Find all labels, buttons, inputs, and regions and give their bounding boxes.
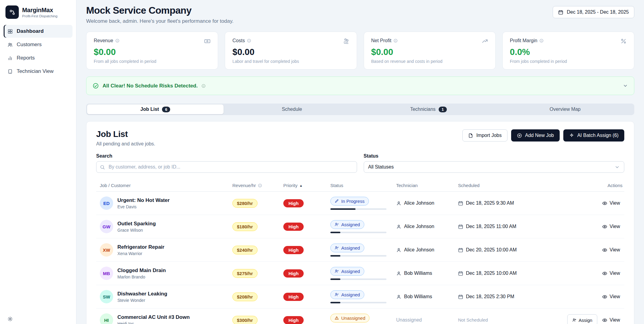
schedule-risk-alert[interactable]: All Clear! No Schedule Risks Detected. xyxy=(86,77,634,95)
status-badge: Assigned xyxy=(330,290,364,299)
job-cell: ED Urgent: No Hot Water Eve Davis xyxy=(100,196,232,210)
user-icon xyxy=(396,247,401,253)
view-button[interactable]: View xyxy=(600,199,622,208)
status-filter-label: Status xyxy=(364,153,625,159)
job-customer: Xena Warrior xyxy=(117,251,164,256)
job-customer: Marlon Brando xyxy=(117,275,166,279)
main-content: Mock Service Company Welcome back, admin… xyxy=(76,0,644,324)
job-cell: MB Clogged Main Drain Marlon Brando xyxy=(100,267,232,280)
tab-schedule[interactable]: Schedule xyxy=(224,104,360,114)
status-cell: In Progress xyxy=(330,197,396,210)
view-button[interactable]: View xyxy=(600,222,622,231)
kpi-value: $0.00 xyxy=(232,47,349,57)
table-row: ED Urgent: No Hot Water Eve Davis $280/h… xyxy=(96,192,624,215)
avatar-initials: ED xyxy=(103,201,110,206)
tab-overview-map[interactable]: Overview Map xyxy=(497,104,633,114)
progress-bar xyxy=(330,208,386,210)
assign-button[interactable]: Assign xyxy=(567,314,597,324)
job-cell: XW Refrigerator Repair Xena Warrior xyxy=(100,243,232,257)
user-check-icon xyxy=(335,292,339,297)
import-jobs-button[interactable]: Import Jobs xyxy=(462,129,507,142)
info-icon xyxy=(539,39,544,43)
tab-job-list[interactable]: Job List 6 xyxy=(87,104,224,114)
sidebar-item-label: Reports xyxy=(17,55,35,61)
priority-badge: High xyxy=(283,246,304,254)
kpi-desc: From jobs completed in period xyxy=(510,59,627,64)
kpi-label: Profit Margin xyxy=(510,38,538,43)
rate-badge: $275/hr xyxy=(232,269,258,278)
chevron-down-icon xyxy=(615,165,620,170)
view-button[interactable]: View xyxy=(600,315,622,324)
trending-up-icon xyxy=(482,38,488,44)
job-cell: HI Commercial AC Unit #3 Down Heidi Inc. xyxy=(100,313,232,324)
table-row: GW Outlet Sparking Grace Wilson $180/hr … xyxy=(96,215,624,238)
job-title: Urgent: No Hot Water xyxy=(117,197,170,203)
kpi-row: Revenue $0.00 From all jobs completed in… xyxy=(86,32,634,70)
sparkles-icon xyxy=(569,133,574,138)
tab-technicians[interactable]: Technicians 1 xyxy=(360,104,497,114)
progress-bar xyxy=(330,278,386,280)
view-button[interactable]: View xyxy=(600,245,622,254)
status-cell: Assigned xyxy=(330,220,396,233)
job-list-title: Job List xyxy=(96,129,155,139)
sidebar-item-customers[interactable]: Customers xyxy=(4,38,72,51)
eye-icon xyxy=(602,318,607,323)
banknote-icon xyxy=(204,38,211,44)
table-row: HI Commercial AC Unit #3 Down Heidi Inc.… xyxy=(96,309,624,324)
job-title: Refrigerator Repair xyxy=(117,244,164,250)
col-job-customer: Job / Customer xyxy=(100,183,232,188)
col-revenue-hr: Revenue/hr xyxy=(232,183,283,188)
kpi-desc: Labor and travel for completed jobs xyxy=(232,59,349,64)
sidebar-item-reports[interactable]: Reports xyxy=(4,52,72,64)
date-range-button[interactable]: Dec 18, 2025 - Dec 18, 2025 xyxy=(553,6,634,18)
col-priority[interactable]: Priority▲ xyxy=(283,183,330,188)
tab-label: Technicians xyxy=(410,107,436,112)
status-badge: Assigned xyxy=(330,267,364,276)
job-cell: GW Outlet Sparking Grace Wilson xyxy=(100,220,232,233)
job-title: Outlet Sparking xyxy=(117,221,156,227)
page-title: Mock Service Company xyxy=(86,5,234,16)
sidebar-item-technician-view[interactable]: Technician View xyxy=(4,65,72,78)
view-tabs: Job List 6 Schedule Technicians 1 Overvi… xyxy=(86,104,634,115)
progress-bar xyxy=(330,302,386,303)
col-technician: Technician xyxy=(396,183,458,188)
ai-batch-assign-button[interactable]: AI Batch Assign (6) xyxy=(563,129,624,142)
add-new-job-button[interactable]: Add New Job xyxy=(511,129,560,142)
scheduled-cell: Dec 18, 2025 9:30 AM xyxy=(458,200,571,206)
kpi-value: 0.0% xyxy=(510,47,627,57)
user-icon xyxy=(396,224,401,229)
kpi-value: $0.00 xyxy=(371,47,488,57)
scheduled-cell: Dec 18, 2025 11:00 AM xyxy=(458,224,571,229)
table-row: MB Clogged Main Drain Marlon Brando $275… xyxy=(96,262,624,285)
user-check-icon xyxy=(335,246,339,250)
kpi-card-profit-margin: Profit Margin 0.0% From jobs completed i… xyxy=(502,32,634,70)
sidebar-nav: Dashboard Customers Reports Technician V… xyxy=(4,25,72,78)
priority-badge: High xyxy=(283,293,304,301)
sidebar-item-label: Dashboard xyxy=(17,28,44,34)
view-button[interactable]: View xyxy=(600,292,622,301)
jobs-table: Job / Customer Revenue/hr Priority▲ Stat… xyxy=(96,179,624,324)
job-title: Commercial AC Unit #3 Down xyxy=(117,314,190,320)
eye-icon xyxy=(602,224,607,229)
info-icon xyxy=(115,39,120,43)
dashboard-icon xyxy=(8,29,13,34)
priority-badge: High xyxy=(283,269,304,278)
status-filter-select[interactable]: All Statuses xyxy=(364,161,625,173)
status-badge: Assigned xyxy=(330,220,364,229)
sidebar-item-label: Customers xyxy=(17,42,42,48)
rate-badge: $280/hr xyxy=(232,199,258,208)
rate-badge: $208/hr xyxy=(232,292,258,301)
kpi-label: Revenue xyxy=(94,38,113,43)
table-row: XW Refrigerator Repair Xena Warrior $240… xyxy=(96,238,624,262)
status-badge: In Progress xyxy=(330,197,369,206)
technician-cell: Unassigned xyxy=(396,317,458,323)
sidebar-item-dashboard[interactable]: Dashboard xyxy=(4,25,72,38)
progress-bar xyxy=(330,255,386,257)
view-button[interactable]: View xyxy=(600,269,622,278)
file-icon xyxy=(468,133,473,138)
calendar-icon xyxy=(458,294,463,299)
col-status: Status xyxy=(330,183,396,188)
sidebar-settings[interactable] xyxy=(4,313,72,324)
status-badge: Unassigned xyxy=(330,314,369,322)
search-input[interactable] xyxy=(96,161,357,173)
